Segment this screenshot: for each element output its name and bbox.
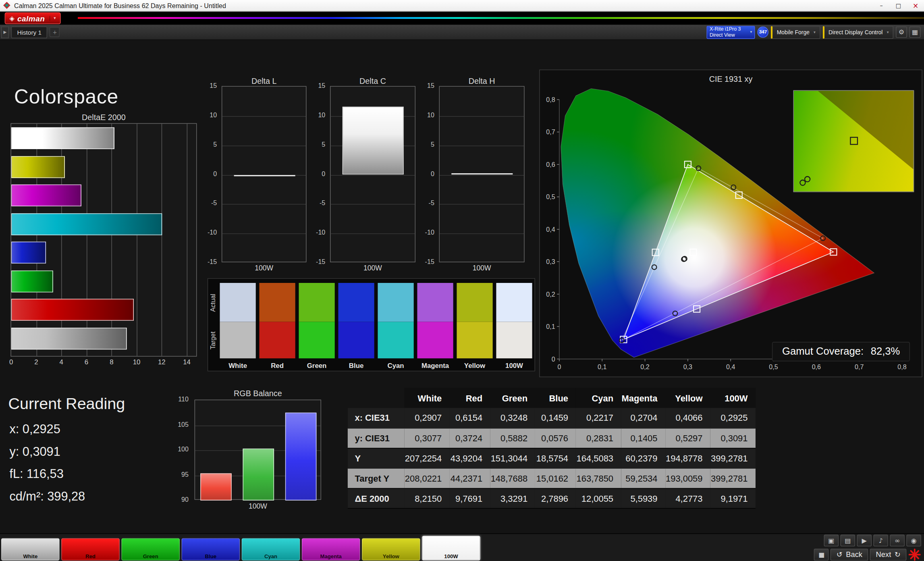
deltae2000-chart-title: DeltaE 2000	[10, 113, 197, 122]
gridline	[137, 124, 137, 356]
table-cell: 8,2150	[404, 488, 449, 508]
gridline	[162, 124, 162, 356]
inset-measured-marker	[805, 177, 810, 182]
play-button[interactable]: ▶	[857, 534, 872, 546]
table-col-header	[348, 388, 404, 408]
y-tick-label: 0	[201, 170, 217, 177]
delta-c-x-label: 100W	[330, 264, 415, 272]
svg-text:0,2: 0,2	[640, 363, 649, 370]
report-button[interactable]: ▤	[841, 534, 855, 546]
patch-button-cyan[interactable]: Cyan	[242, 538, 300, 561]
patch-button-red[interactable]: Red	[61, 538, 120, 561]
display-control-button[interactable]: Direct Display Control ▾	[822, 26, 893, 39]
reading-x: x: 0,2925	[9, 422, 60, 436]
y-tick-label: 0	[419, 170, 434, 177]
swatch-column-magenta: Magenta	[417, 283, 453, 369]
actual-swatch-cyan	[378, 283, 413, 322]
measurements-table: WhiteRedGreenBlueCyanMagentaYellow100Wx:…	[348, 388, 756, 508]
table-cell: 0,5882	[490, 428, 535, 448]
back-label: Back	[846, 551, 862, 559]
notify-button[interactable]: ♪	[873, 534, 888, 546]
swatch-label: 100W	[496, 358, 532, 369]
svg-text:0,7: 0,7	[855, 363, 864, 370]
calman-menu-button[interactable]: ◈ calman ▾	[5, 12, 60, 24]
target-swatch-yellow	[457, 322, 492, 359]
snapshot-button[interactable]: ▣	[824, 534, 839, 546]
cie-1931-panel: 00,10,20,30,40,50,60,70,800,10,20,30,40,…	[539, 70, 922, 377]
patch-button-yellow[interactable]: Yellow	[362, 538, 420, 561]
x-tick-label: 8	[103, 358, 120, 366]
calman-logo-text: calman	[17, 14, 45, 23]
actual-swatch-green	[299, 283, 334, 322]
gridline	[440, 145, 524, 146]
actual-swatch-red	[260, 283, 295, 322]
stop-button[interactable]: ■	[814, 549, 829, 561]
table-cell: 0,3077	[404, 428, 449, 448]
deltae-bar-green	[11, 270, 53, 292]
target-row-label: Target	[209, 322, 218, 359]
patch-label: White	[2, 553, 59, 559]
swatch-label: Magenta	[417, 358, 453, 369]
target-swatch-cyan	[378, 322, 413, 359]
y-tick-label: 100	[173, 446, 189, 453]
y-tick-label: -5	[419, 199, 434, 207]
svg-text:0,4: 0,4	[546, 226, 555, 233]
x-tick-label: 12	[154, 358, 170, 366]
y-tick-label: 15	[201, 82, 217, 89]
tab-history-1[interactable]: History 1	[11, 26, 48, 38]
layout-button[interactable]: ▦	[909, 27, 921, 38]
rgb-bar-red	[201, 474, 232, 501]
table-cell: 18,5754	[535, 448, 576, 468]
target-read-button[interactable]: ◉	[906, 534, 921, 546]
actual-target-panel: Actual Target WhiteRedGreenBlueCyanMagen…	[208, 278, 535, 371]
patch-button-blue[interactable]: Blue	[181, 538, 240, 561]
back-button[interactable]: ↺ Back	[831, 549, 868, 561]
swatch-column-100w: 100W	[496, 283, 532, 369]
target-swatch-magenta	[417, 322, 453, 359]
y-tick-label: -10	[310, 229, 325, 236]
delta-h-y-axis: 151050-5-10-15	[419, 86, 437, 262]
delta-bar	[343, 107, 404, 175]
settings-button[interactable]: ⚙	[896, 27, 907, 38]
delta-bar	[234, 175, 295, 177]
rgb-bar-green	[243, 449, 274, 501]
swatch-column-yellow: Yellow	[457, 283, 492, 369]
minimize-button[interactable]: –	[873, 0, 890, 11]
patch-button-magenta[interactable]: Magenta	[302, 538, 360, 561]
y-tick-label: -5	[310, 199, 325, 207]
table-cell: 60,2379	[621, 448, 665, 468]
patch-label: Cyan	[242, 553, 299, 559]
maximize-button[interactable]: □	[890, 0, 907, 11]
meter-select-button[interactable]: X-Rite i1Pro 3 Direct View ▾	[707, 26, 755, 39]
source-select-button[interactable]: Mobile Forge ▾	[771, 26, 820, 39]
table-row: Target Y208,022144,2371148,768815,016216…	[348, 468, 756, 488]
next-button[interactable]: Next ↻	[870, 549, 906, 561]
swatch-label: Green	[299, 358, 334, 369]
table-cell: 163,7850	[576, 468, 621, 488]
patch-button-white[interactable]: White	[1, 538, 60, 561]
actual-swatch-magenta	[417, 283, 453, 322]
chevron-down-icon: ▾	[814, 30, 816, 35]
table-cell: 0,2217	[576, 408, 621, 428]
panel-expand-button[interactable]: ▶	[1, 26, 9, 38]
delta-l-y-axis: 151050-5-10-15	[201, 86, 219, 262]
gridline	[222, 145, 306, 146]
continuous-read-button[interactable]: ∞	[890, 534, 905, 546]
table-cell: 44,2371	[449, 468, 490, 488]
window-title: Calman 2025 Calman Ultimate for Business…	[14, 2, 226, 9]
y-tick-label: 5	[310, 141, 325, 148]
table-cell: 9,7691	[449, 488, 490, 508]
svg-text:0,6: 0,6	[546, 161, 555, 168]
table-col-header: Blue	[535, 388, 576, 408]
patch-button-green[interactable]: Green	[121, 538, 180, 561]
add-history-button[interactable]: +	[50, 27, 60, 37]
gridline	[440, 116, 524, 116]
source-label: Mobile Forge	[777, 29, 810, 35]
close-button[interactable]: ×	[907, 0, 924, 11]
table-cell: 59,2534	[621, 468, 665, 488]
meter-count-badge[interactable]: 347	[758, 27, 769, 38]
reading-cdm2: cd/m²: 399,28	[9, 489, 85, 503]
table-cell: 0,1459	[535, 408, 576, 428]
patch-button-100w[interactable]: 100W	[422, 536, 480, 560]
deltae2000-chart	[10, 123, 197, 357]
